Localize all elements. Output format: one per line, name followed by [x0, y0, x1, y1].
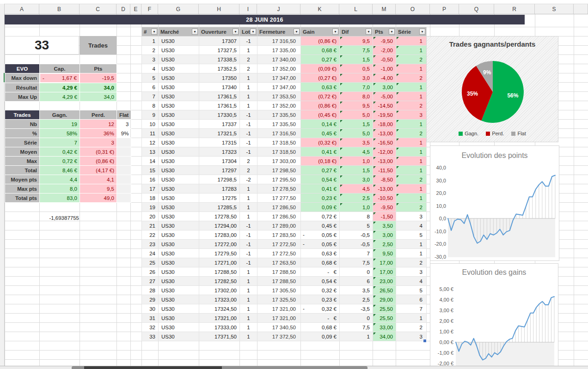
- cell-lot[interactable]: 1: [240, 212, 257, 221]
- column-header-K[interactable]: K: [300, 4, 339, 14]
- cell-gain[interactable]: 0,41 €: [301, 184, 340, 194]
- cell-serie[interactable]: 3: [396, 267, 427, 277]
- evo-pts-value[interactable]: 34,0: [80, 83, 117, 92]
- cell-dif[interactable]: 2,5: [340, 295, 373, 304]
- cell-dif[interactable]: 0: [340, 314, 373, 323]
- cell-lot[interactable]: 1: [240, 286, 257, 295]
- cell-num[interactable]: 9: [142, 110, 159, 120]
- cell-num[interactable]: 13: [142, 147, 159, 157]
- stats-flat-value[interactable]: 9%: [117, 129, 131, 138]
- stats-perd-value[interactable]: 3: [80, 138, 117, 147]
- cell-serie[interactable]: 5: [396, 286, 427, 295]
- cell-num[interactable]: 5: [142, 73, 159, 83]
- cell-gain[interactable]: (0,86 €): [301, 101, 340, 110]
- cell-serie[interactable]: 1: [396, 64, 427, 73]
- cell-dif[interactable]: 5: [340, 221, 373, 230]
- cell-pts[interactable]: -10,50: [373, 194, 396, 203]
- cell-pts[interactable]: -16,50: [373, 138, 396, 147]
- cell-num[interactable]: 29: [142, 295, 159, 304]
- cell-ouverture[interactable]: 17321,00: [199, 314, 240, 323]
- stats-gagn-value[interactable]: 58%: [40, 129, 80, 138]
- cell-ouverture[interactable]: 17361,5: [199, 101, 240, 110]
- cell-ouverture[interactable]: 17272,00: [199, 240, 240, 249]
- stats-row-label[interactable]: Moyen pts: [5, 175, 40, 184]
- stats-gagn-value[interactable]: 83,0: [40, 194, 80, 203]
- cell-lot[interactable]: 1: [240, 83, 257, 92]
- cell-ouverture[interactable]: 17330,5: [199, 110, 240, 120]
- cell-marche[interactable]: US30: [159, 129, 199, 138]
- cell-fermeture[interactable]: 17 289,00: [257, 221, 301, 230]
- cell-pts[interactable]: -0,50: [373, 55, 396, 64]
- cell-fermeture[interactable]: 17 318,50: [257, 147, 301, 157]
- cell-marche[interactable]: US30: [159, 314, 199, 323]
- cell-num[interactable]: 25: [142, 258, 159, 267]
- cell-fermeture[interactable]: 17 353,50: [257, 92, 301, 101]
- col-header-dif[interactable]: Dif▼: [340, 27, 373, 36]
- cell-fermeture[interactable]: 17 288,50: [257, 267, 301, 277]
- cell-dif[interactable]: 7,0: [340, 83, 373, 92]
- cell-serie[interactable]: 3: [396, 212, 427, 221]
- stats-row-label[interactable]: %: [5, 129, 40, 138]
- stats-flat-value[interactable]: [117, 175, 131, 184]
- cell-lot[interactable]: -1: [240, 230, 257, 240]
- cell-serie[interactable]: 2: [396, 323, 427, 332]
- filter-button[interactable]: ▼: [389, 29, 395, 35]
- cell-fermeture[interactable]: 17 283,50: [257, 230, 301, 240]
- cell-num[interactable]: 23: [142, 240, 159, 249]
- col-header-ouverture[interactable]: Ouverture▼: [199, 27, 240, 36]
- cell-gain[interactable]: 0,54 €: [301, 175, 340, 184]
- cell-lot[interactable]: -1: [240, 258, 257, 267]
- cell-pts[interactable]: 34,00: [373, 332, 396, 341]
- cell-dif[interactable]: 2,5: [340, 194, 373, 203]
- cell-dif[interactable]: 5,0: [340, 110, 373, 120]
- cell-dif[interactable]: 3,0: [340, 73, 373, 83]
- active-cell-handle[interactable]: [423, 339, 427, 343]
- cell-num[interactable]: 31: [142, 314, 159, 323]
- cell-pts[interactable]: 3,00: [373, 83, 396, 92]
- stats-flat-value[interactable]: [117, 157, 131, 166]
- cell-fermeture[interactable]: 17 347,00: [257, 73, 301, 83]
- stats-flat-value[interactable]: [117, 184, 131, 194]
- stats-header-0[interactable]: Trades: [5, 110, 40, 120]
- cell-ouverture[interactable]: 17333,00: [199, 323, 240, 332]
- extra-value-cell[interactable]: -1,69387755: [39, 213, 79, 223]
- cell-serie[interactable]: 1: [396, 249, 427, 258]
- cell-ouverture[interactable]: 17275: [199, 194, 240, 203]
- column-header-L[interactable]: L: [339, 4, 373, 14]
- cell-marche[interactable]: US30: [159, 332, 199, 341]
- pie-chart[interactable]: Trades gagnants/perdants Gagn.Perd.Flat …: [426, 36, 558, 142]
- cell-ouverture[interactable]: 17278,50: [199, 212, 240, 221]
- cell-marche[interactable]: US30: [159, 92, 199, 101]
- evo-header-0[interactable]: EVO: [5, 64, 40, 73]
- cell-lot[interactable]: -1: [240, 221, 257, 230]
- cell-fermeture[interactable]: 17 335,50: [257, 120, 301, 129]
- cell-num[interactable]: 32: [142, 323, 159, 332]
- stats-perd-value[interactable]: 49,0: [80, 194, 117, 203]
- column-header-R[interactable]: R: [494, 4, 535, 14]
- cell-lot[interactable]: -1: [240, 147, 257, 157]
- cell-lot[interactable]: -1: [240, 36, 257, 46]
- cell-serie[interactable]: 4: [396, 221, 427, 230]
- column-header-F[interactable]: F: [141, 4, 158, 14]
- cell-marche[interactable]: US30: [159, 147, 199, 157]
- cell-gain[interactable]: 0,63 €: [301, 249, 340, 258]
- cell-dif[interactable]: -0,5: [340, 230, 373, 240]
- col-header-pts[interactable]: Pts▼: [373, 27, 396, 36]
- cell-fermeture[interactable]: 17 321,00: [257, 304, 301, 314]
- column-header-C[interactable]: C: [80, 4, 116, 14]
- stats-row-label[interactable]: Max: [5, 157, 40, 166]
- cell-ouverture[interactable]: 17340: [199, 83, 240, 92]
- cell-pts[interactable]: 33,00: [373, 323, 396, 332]
- cell-ouverture[interactable]: 17321,5: [199, 129, 240, 138]
- cell-pts[interactable]: 3,00: [373, 230, 396, 240]
- cell-marche[interactable]: US30: [159, 267, 199, 277]
- cell-ouverture[interactable]: 17304: [199, 157, 240, 166]
- cell-lot[interactable]: 1: [240, 203, 257, 212]
- cell-fermeture[interactable]: 17 305,50: [257, 286, 301, 295]
- cell-marche[interactable]: US30: [159, 157, 199, 166]
- cell-pts[interactable]: 3,50: [373, 221, 396, 230]
- cell-fermeture[interactable]: 17 321,00: [257, 314, 301, 323]
- cell-lot[interactable]: -1: [240, 120, 257, 129]
- cell-gain[interactable]: 0,41 €: [301, 147, 340, 157]
- cell-marche[interactable]: US30: [159, 138, 199, 147]
